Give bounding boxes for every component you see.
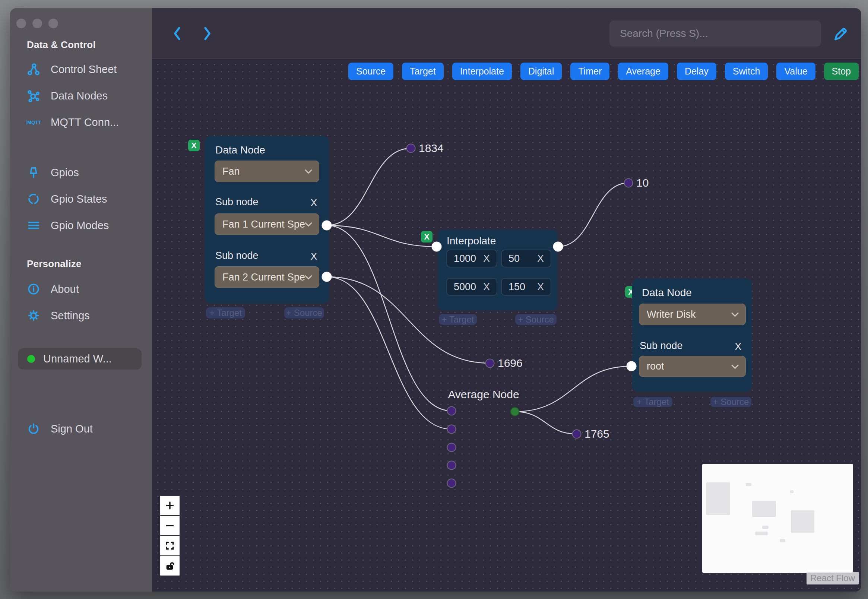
delete-node-button[interactable]: X: [188, 140, 200, 151]
lines-icon: [26, 218, 41, 233]
data-node-writer-disk[interactable]: Data Node Writer Disk Sub node X root: [632, 278, 752, 392]
target-handle[interactable]: [627, 361, 637, 372]
delete-node-button[interactable]: X: [421, 231, 433, 242]
fit-view-button[interactable]: [160, 536, 179, 555]
data-node-fan[interactable]: Data Node Fan Sub node X Fan 1 Current S…: [205, 136, 329, 304]
clear-input-button[interactable]: X: [483, 253, 490, 265]
add-source-badge[interactable]: + Source: [710, 397, 751, 407]
edge: [327, 225, 436, 247]
sidebar-item-label: Gpios: [51, 167, 79, 179]
source-handle[interactable]: [322, 272, 332, 282]
sidebar-item-label: MQTT Conn...: [51, 116, 119, 128]
input-value: 5000: [454, 281, 476, 293]
remove-sub-node-button[interactable]: X: [735, 341, 741, 352]
sidebar-item-gpio-modes[interactable]: Gpio Modes: [26, 218, 109, 233]
value-endpoint[interactable]: [485, 359, 495, 368]
sidebar-item-gpio-states[interactable]: Gpio States: [26, 191, 107, 206]
value-endpoint[interactable]: [624, 178, 633, 188]
sub-node-label: Sub node: [639, 340, 683, 352]
source-handle[interactable]: [553, 242, 563, 252]
add-target-badge[interactable]: + Target: [633, 397, 672, 407]
search-input[interactable]: [609, 21, 821, 47]
add-source-badge[interactable]: + Source: [284, 307, 324, 319]
react-flow-attribution[interactable]: React Flow: [806, 572, 859, 584]
node-type-select[interactable]: Writer Disk: [639, 304, 746, 325]
minimap-node: [791, 510, 814, 533]
data-nodes-icon: [26, 88, 41, 103]
window-zoom-button[interactable]: [48, 19, 58, 28]
sidebar-item-mqtt-connections[interactable]: MQTT MQTT Conn...: [26, 115, 119, 129]
dashed-circle-icon: [26, 191, 41, 206]
window-close-button[interactable]: [17, 19, 26, 28]
minus-icon: [165, 521, 175, 530]
sidebar-item-label: Settings: [51, 310, 90, 322]
minimap[interactable]: [702, 464, 853, 573]
select-value: Fan 2 Current Spe: [223, 272, 305, 283]
remove-sub-node-button[interactable]: X: [311, 197, 317, 209]
workspace-status-dot: [27, 355, 35, 363]
interpolate-input[interactable]: 1000 X: [446, 250, 497, 268]
target-handle[interactable]: [447, 461, 456, 470]
lock-button[interactable]: [160, 556, 179, 575]
info-icon: [26, 281, 41, 296]
zoom-in-button[interactable]: [160, 496, 179, 515]
sub-node-select[interactable]: root: [639, 356, 746, 377]
source-handle[interactable]: [510, 407, 520, 417]
window-minimize-button[interactable]: [32, 19, 42, 28]
sidebar-item-label: Gpio States: [51, 193, 107, 205]
edge: [558, 183, 629, 247]
pencil-icon: [832, 25, 848, 42]
target-handle[interactable]: [432, 242, 442, 252]
node-type-select[interactable]: Fan: [215, 161, 319, 182]
clear-input-button[interactable]: X: [537, 253, 544, 265]
app-window: Data & Control Control Sheet Data Nodes: [10, 8, 861, 591]
input-value: 1000: [454, 253, 476, 265]
sidebar-item-data-nodes[interactable]: Data Nodes: [26, 88, 108, 103]
sidebar-item-control-sheet[interactable]: Control Sheet: [26, 62, 117, 77]
select-value: Writer Disk: [647, 309, 696, 321]
add-target-badge[interactable]: + Target: [439, 314, 477, 325]
add-target-badge[interactable]: + Target: [206, 307, 245, 319]
node-title: Interpolate: [447, 235, 496, 247]
sidebar-item-about[interactable]: About: [26, 281, 79, 296]
sidebar-section-data-control: Data & Control: [27, 39, 96, 51]
canvas-controls: [160, 496, 179, 575]
value-endpoint[interactable]: [572, 429, 582, 439]
workspace-label: Unnamed W...: [43, 353, 112, 365]
interpolate-input[interactable]: 50 X: [501, 250, 551, 268]
minimap-node: [790, 490, 793, 493]
target-handle[interactable]: [447, 406, 456, 416]
target-handle[interactable]: [447, 479, 456, 488]
clear-input-button[interactable]: X: [537, 281, 544, 293]
add-source-badge[interactable]: + Source: [515, 314, 557, 325]
sidebar-item-settings[interactable]: Settings: [26, 308, 90, 323]
forward-button[interactable]: [199, 25, 215, 42]
clear-input-button[interactable]: X: [483, 281, 490, 293]
chevron-down-icon: [304, 219, 313, 230]
minimap-node: [706, 482, 730, 515]
interpolate-input[interactable]: 5000 X: [446, 278, 497, 296]
interpolate-node[interactable]: Interpolate 1000 X 50 X 5000 X 150 X: [438, 230, 558, 310]
target-handle[interactable]: [447, 424, 456, 434]
back-button[interactable]: [169, 25, 185, 42]
plus-icon: [165, 501, 175, 510]
value-endpoint[interactable]: [406, 144, 416, 153]
interpolate-input[interactable]: 150 X: [501, 278, 551, 296]
remove-sub-node-button[interactable]: X: [311, 251, 317, 262]
sub-node-select[interactable]: Fan 2 Current Spe: [215, 266, 319, 288]
edit-button[interactable]: [831, 24, 850, 43]
gear-icon: [26, 308, 41, 323]
sidebar-item-workspace[interactable]: Unnamed W...: [18, 348, 141, 370]
minimap-node: [780, 539, 785, 542]
minimap-node: [755, 531, 768, 535]
zoom-out-button[interactable]: [160, 516, 179, 535]
sidebar-item-sign-out[interactable]: Sign Out: [26, 421, 93, 436]
source-handle[interactable]: [322, 221, 332, 230]
sidebar-item-gpios[interactable]: Gpios: [26, 165, 79, 180]
edge: [327, 225, 451, 411]
sub-node-label: Sub node: [215, 250, 259, 262]
sub-node-select[interactable]: Fan 1 Current Spe: [215, 214, 319, 235]
target-handle[interactable]: [447, 443, 456, 452]
chevron-down-icon: [731, 309, 740, 321]
flow-canvas[interactable]: Source Target Interpolate Digital Timer …: [152, 59, 861, 591]
